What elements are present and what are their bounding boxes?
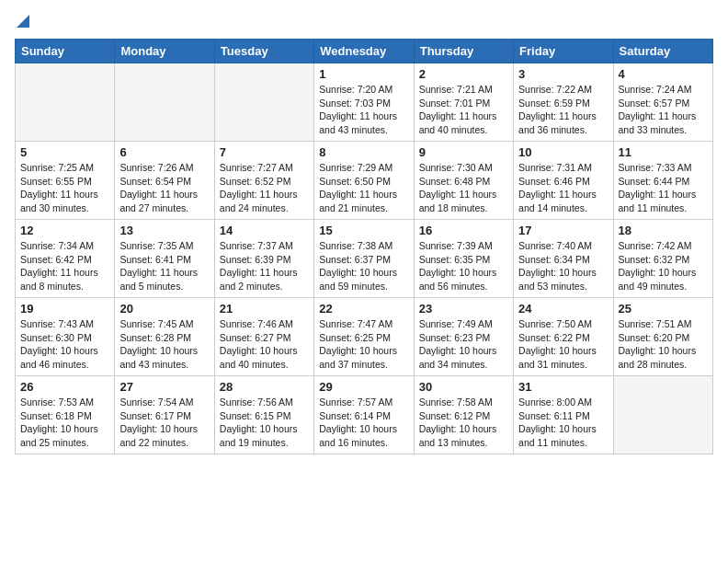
day-number: 3 <box>518 67 608 81</box>
day-number: 19 <box>20 302 109 316</box>
day-info: Sunrise: 7:46 AM Sunset: 6:27 PM Dayligh… <box>220 317 309 372</box>
calendar-cell: 11Sunrise: 7:33 AM Sunset: 6:44 PM Dayli… <box>613 142 712 220</box>
week-row-2: 12Sunrise: 7:34 AM Sunset: 6:42 PM Dayli… <box>16 220 713 298</box>
day-info: Sunrise: 7:30 AM Sunset: 6:48 PM Dayligh… <box>419 161 508 215</box>
day-number: 1 <box>319 67 408 81</box>
week-row-4: 26Sunrise: 7:53 AM Sunset: 6:18 PM Dayli… <box>16 376 713 454</box>
calendar-cell: 17Sunrise: 7:40 AM Sunset: 6:34 PM Dayli… <box>514 220 613 298</box>
calendar-cell: 6Sunrise: 7:26 AM Sunset: 6:54 PM Daylig… <box>115 142 214 220</box>
calendar-cell <box>16 63 115 142</box>
day-info: Sunrise: 7:58 AM Sunset: 6:12 PM Dayligh… <box>419 396 508 450</box>
day-info: Sunrise: 7:34 AM Sunset: 6:42 PM Dayligh… <box>20 239 109 293</box>
day-number: 13 <box>119 224 209 237</box>
day-info: Sunrise: 7:24 AM Sunset: 6:57 PM Dayligh… <box>619 83 708 137</box>
day-info: Sunrise: 7:40 AM Sunset: 6:34 PM Dayligh… <box>518 239 608 293</box>
calendar-cell: 12Sunrise: 7:34 AM Sunset: 6:42 PM Dayli… <box>16 220 115 298</box>
header-row <box>15 15 713 31</box>
weekday-header-row: Sunday Monday Tuesday Wednesday Thursday… <box>16 40 713 63</box>
calendar-cell <box>115 63 214 142</box>
day-number: 6 <box>119 145 209 159</box>
day-info: Sunrise: 7:51 AM Sunset: 6:20 PM Dayligh… <box>619 317 708 372</box>
calendar-cell: 2Sunrise: 7:21 AM Sunset: 7:01 PM Daylig… <box>414 63 513 142</box>
header-wednesday: Wednesday <box>314 40 414 63</box>
calendar-cell: 3Sunrise: 7:22 AM Sunset: 6:59 PM Daylig… <box>514 63 613 142</box>
day-number: 12 <box>20 224 109 237</box>
calendar-cell: 29Sunrise: 7:57 AM Sunset: 6:14 PM Dayli… <box>314 376 414 454</box>
calendar-cell: 5Sunrise: 7:25 AM Sunset: 6:55 PM Daylig… <box>16 142 115 220</box>
day-number: 4 <box>619 67 708 81</box>
day-info: Sunrise: 7:54 AM Sunset: 6:17 PM Dayligh… <box>119 396 209 450</box>
calendar-cell: 26Sunrise: 7:53 AM Sunset: 6:18 PM Dayli… <box>16 376 115 454</box>
svg-marker-0 <box>17 15 29 28</box>
calendar-cell: 30Sunrise: 7:58 AM Sunset: 6:12 PM Dayli… <box>414 376 513 454</box>
calendar-cell <box>214 63 313 142</box>
calendar-cell: 23Sunrise: 7:49 AM Sunset: 6:23 PM Dayli… <box>414 298 513 376</box>
day-number: 31 <box>518 380 608 394</box>
calendar-table: Sunday Monday Tuesday Wednesday Thursday… <box>15 39 713 454</box>
day-number: 24 <box>518 302 608 316</box>
logo-triangle-icon <box>17 15 29 31</box>
calendar-cell: 13Sunrise: 7:35 AM Sunset: 6:41 PM Dayli… <box>115 220 214 298</box>
calendar-cell: 18Sunrise: 7:42 AM Sunset: 6:32 PM Dayli… <box>613 220 712 298</box>
day-number: 11 <box>619 145 708 159</box>
day-number: 16 <box>419 224 508 237</box>
day-number: 8 <box>319 145 408 159</box>
header-thursday: Thursday <box>414 40 513 63</box>
calendar-cell: 7Sunrise: 7:27 AM Sunset: 6:52 PM Daylig… <box>214 142 313 220</box>
day-info: Sunrise: 7:39 AM Sunset: 6:35 PM Dayligh… <box>419 239 508 293</box>
day-info: Sunrise: 7:42 AM Sunset: 6:32 PM Dayligh… <box>619 239 708 293</box>
day-number: 10 <box>518 145 608 159</box>
week-row-3: 19Sunrise: 7:43 AM Sunset: 6:30 PM Dayli… <box>16 298 713 376</box>
day-info: Sunrise: 7:49 AM Sunset: 6:23 PM Dayligh… <box>419 317 508 372</box>
day-info: Sunrise: 7:33 AM Sunset: 6:44 PM Dayligh… <box>619 161 708 215</box>
calendar-cell: 1Sunrise: 7:20 AM Sunset: 7:03 PM Daylig… <box>314 63 414 142</box>
calendar-cell: 8Sunrise: 7:29 AM Sunset: 6:50 PM Daylig… <box>314 142 414 220</box>
day-number: 29 <box>319 380 408 394</box>
day-number: 15 <box>319 224 408 237</box>
day-number: 25 <box>619 302 708 316</box>
day-info: Sunrise: 7:25 AM Sunset: 6:55 PM Dayligh… <box>20 161 109 215</box>
calendar-cell: 10Sunrise: 7:31 AM Sunset: 6:46 PM Dayli… <box>514 142 613 220</box>
day-info: Sunrise: 7:20 AM Sunset: 7:03 PM Dayligh… <box>319 83 408 137</box>
calendar-cell: 28Sunrise: 7:56 AM Sunset: 6:15 PM Dayli… <box>214 376 313 454</box>
day-info: Sunrise: 7:29 AM Sunset: 6:50 PM Dayligh… <box>319 161 408 215</box>
day-info: Sunrise: 7:38 AM Sunset: 6:37 PM Dayligh… <box>319 239 408 293</box>
day-number: 17 <box>518 224 608 237</box>
calendar-cell: 21Sunrise: 7:46 AM Sunset: 6:27 PM Dayli… <box>214 298 313 376</box>
calendar-cell: 19Sunrise: 7:43 AM Sunset: 6:30 PM Dayli… <box>16 298 115 376</box>
day-info: Sunrise: 7:35 AM Sunset: 6:41 PM Dayligh… <box>119 239 209 293</box>
day-number: 27 <box>119 380 209 394</box>
day-number: 14 <box>220 224 309 237</box>
day-number: 18 <box>619 224 708 237</box>
day-number: 28 <box>220 380 309 394</box>
day-info: Sunrise: 7:26 AM Sunset: 6:54 PM Dayligh… <box>119 161 209 215</box>
day-number: 20 <box>119 302 209 316</box>
day-info: Sunrise: 7:56 AM Sunset: 6:15 PM Dayligh… <box>220 396 309 450</box>
calendar-cell: 16Sunrise: 7:39 AM Sunset: 6:35 PM Dayli… <box>414 220 513 298</box>
day-info: Sunrise: 7:50 AM Sunset: 6:22 PM Dayligh… <box>518 317 608 372</box>
day-number: 30 <box>419 380 508 394</box>
day-number: 21 <box>220 302 309 316</box>
day-number: 7 <box>220 145 309 159</box>
calendar-cell: 31Sunrise: 8:00 AM Sunset: 6:11 PM Dayli… <box>514 376 613 454</box>
day-info: Sunrise: 7:27 AM Sunset: 6:52 PM Dayligh… <box>220 161 309 215</box>
calendar-cell: 27Sunrise: 7:54 AM Sunset: 6:17 PM Dayli… <box>115 376 214 454</box>
logo <box>15 15 29 31</box>
day-number: 2 <box>419 67 508 81</box>
day-info: Sunrise: 7:53 AM Sunset: 6:18 PM Dayligh… <box>20 396 109 450</box>
calendar-cell: 9Sunrise: 7:30 AM Sunset: 6:48 PM Daylig… <box>414 142 513 220</box>
calendar-cell: 25Sunrise: 7:51 AM Sunset: 6:20 PM Dayli… <box>613 298 712 376</box>
day-number: 26 <box>20 380 109 394</box>
calendar-cell: 14Sunrise: 7:37 AM Sunset: 6:39 PM Dayli… <box>214 220 313 298</box>
header-sunday: Sunday <box>16 40 115 63</box>
calendar-cell: 20Sunrise: 7:45 AM Sunset: 6:28 PM Dayli… <box>115 298 214 376</box>
calendar-cell: 15Sunrise: 7:38 AM Sunset: 6:37 PM Dayli… <box>314 220 414 298</box>
calendar-cell: 24Sunrise: 7:50 AM Sunset: 6:22 PM Dayli… <box>514 298 613 376</box>
day-info: Sunrise: 7:37 AM Sunset: 6:39 PM Dayligh… <box>220 239 309 293</box>
day-number: 9 <box>419 145 508 159</box>
day-info: Sunrise: 7:31 AM Sunset: 6:46 PM Dayligh… <box>518 161 608 215</box>
day-info: Sunrise: 7:22 AM Sunset: 6:59 PM Dayligh… <box>518 83 608 137</box>
header-monday: Monday <box>115 40 214 63</box>
day-info: Sunrise: 7:43 AM Sunset: 6:30 PM Dayligh… <box>20 317 109 372</box>
calendar-cell <box>613 376 712 454</box>
